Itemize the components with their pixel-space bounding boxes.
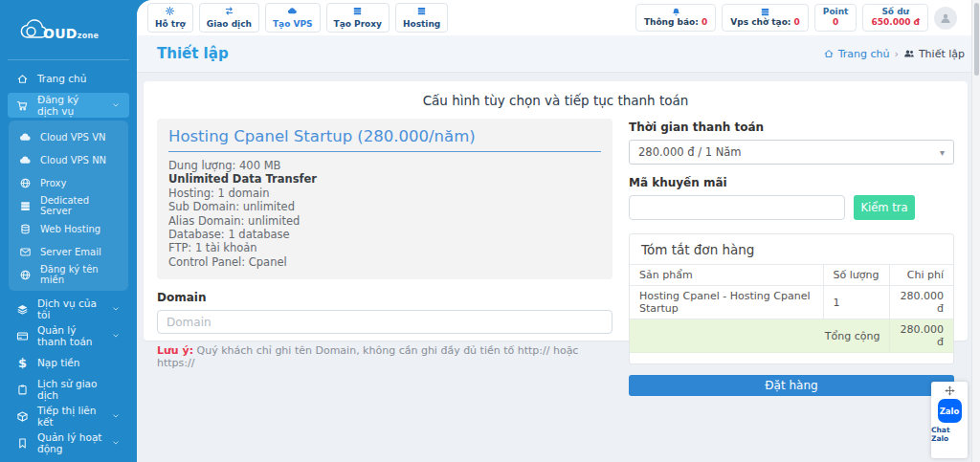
transactions-button[interactable]: Giao dịch [199, 3, 259, 33]
sidebar-item-payment-management[interactable]: Quản lý thanh toán [8, 323, 129, 348]
product-spec: Sub Domain: unlimited [168, 200, 601, 213]
zalo-chat-label: Chat Zalo [931, 426, 968, 443]
column-header-product: Sản phẩm [630, 265, 823, 286]
sidebar-item-dedicated-server[interactable]: Dedicated Server [9, 194, 128, 217]
chevron-down-icon [111, 438, 121, 448]
mail-icon [19, 246, 32, 258]
sidebar-divider [8, 59, 129, 60]
order-summary: Tóm tắt đơn hàng Sản phẩm Số lượng Chi p… [629, 233, 954, 364]
user-icon [939, 11, 952, 25]
promo-label: Mã khuyến mãi [629, 176, 954, 189]
cloud-icon [19, 131, 32, 143]
cell-qty: 1 [823, 286, 890, 319]
zalo-logo[interactable]: Zalo [938, 399, 962, 423]
product-spec: Hosting: 1 domain [168, 187, 601, 200]
product-box: Hosting Cpanel Startup (280.000/năm) Dun… [157, 119, 612, 279]
balance-badge[interactable]: Số dư 650.000 đ [862, 4, 928, 33]
page-title: Thiết lập [157, 45, 229, 62]
checkout-card: Cấu hình tùy chọn và tiếp tục thanh toán… [144, 81, 968, 341]
place-order-button[interactable]: Đặt hàng [629, 375, 954, 396]
brand-name: OUDzone [43, 26, 99, 41]
column-header-cost: Chi phí [890, 265, 953, 286]
sidebar-item-activity-management[interactable]: Quản lý hoạt động [8, 430, 129, 455]
server-icon [760, 7, 770, 17]
support-button[interactable]: Hỗ trợ [147, 3, 193, 33]
promo-code-input[interactable] [629, 195, 845, 220]
sidebar-submenu: Cloud VPS VN Cloud VPS NN Proxy Dedicate… [9, 121, 128, 291]
vertical-scrollbar[interactable] [971, 0, 980, 462]
server-icon [416, 6, 427, 16]
sidebar-item-affiliate[interactable]: Tiếp thị liên kết [8, 404, 129, 429]
cloud-icon [287, 6, 298, 16]
package-icon [16, 410, 29, 423]
scrollbar-thumb[interactable] [974, 3, 979, 76]
server-icon [19, 200, 32, 212]
payment-term-select[interactable]: 280.000 đ / 1 Năm ▾ [629, 140, 954, 165]
breadcrumb-separator: › [894, 48, 898, 60]
home-icon [16, 73, 29, 85]
total-value: 280.000 đ [890, 319, 953, 353]
layers-icon [16, 303, 29, 316]
gear-icon [165, 6, 175, 16]
sidebar-item-proxy[interactable]: Proxy [9, 171, 128, 194]
domain-input[interactable] [157, 310, 612, 334]
user-avatar[interactable] [934, 7, 957, 30]
cart-icon [16, 99, 29, 112]
check-promo-button[interactable]: Kiểm tra [854, 195, 915, 220]
sidebar-group-register-services[interactable]: Đăng ký dịch vụ [8, 93, 129, 118]
caret-down-icon: ▾ [940, 147, 945, 158]
cell-cost: 280.000 đ [890, 286, 953, 319]
zalo-chat-widget[interactable]: Zalo Chat Zalo [931, 382, 968, 458]
domain-note: Lưu ý: Quý khách chỉ ghi tên Domain, khô… [157, 344, 612, 369]
move-icon[interactable] [945, 385, 955, 396]
globe-icon [19, 269, 32, 281]
sidebar-item-domain-register[interactable]: Đăng ký tên miền [9, 263, 128, 286]
sidebar-item-my-services[interactable]: Dịch vụ của tôi [8, 297, 129, 321]
topbar-status-group: Thông báo: 0 Vps chờ tạo: 0 Point 0 Số d… [635, 4, 957, 33]
sidebar-item-transaction-history[interactable]: Lịch sử giao dịch [8, 377, 129, 402]
sidebar-item-cloud-vps-nn[interactable]: Cloud VPS NN [9, 148, 128, 171]
brand-logo[interactable]: OUDzone [0, 0, 137, 59]
globe-icon [19, 177, 32, 189]
product-column: Hosting Cpanel Startup (280.000/năm) Dun… [157, 119, 612, 396]
breadcrumb-current: Thiết lập [903, 48, 965, 60]
order-summary-table: Sản phẩm Số lượng Chi phí Hosting Cpanel… [630, 264, 953, 353]
points-badge[interactable]: Point 0 [814, 4, 858, 33]
main-panel: Hỗ trợ Giao dịch Tạo VPS Tạo Proxy Hosti… [137, 0, 980, 462]
payment-term-label: Thời gian thanh toán [629, 121, 954, 134]
chevron-down-icon [111, 100, 121, 110]
cell-product: Hosting Cpanel - Hosting Cpanel Startup [630, 286, 823, 319]
product-spec: Alias Domain: unlimited [168, 214, 601, 228]
create-proxy-button[interactable]: Tạo Proxy [326, 3, 390, 33]
hosting-button[interactable]: Hosting [395, 3, 448, 33]
create-vps-button[interactable]: Tạo VPS [265, 3, 321, 33]
content-area: Cấu hình tùy chọn và tiếp tục thanh toán… [137, 73, 980, 462]
sidebar-item-server-email[interactable]: Server Email [9, 240, 128, 263]
page-header: Thiết lập Trang chủ › Thiết lập [137, 35, 980, 73]
sidebar-item-cloud-vps-vn[interactable]: Cloud VPS VN [9, 125, 128, 148]
app-window: OUDzone Trang chủ Đăng ký dịch vụ Cloud … [0, 0, 980, 462]
sidebar-item-home[interactable]: Trang chủ [8, 66, 129, 91]
column-header-qty: Số lượng [823, 265, 890, 286]
pending-vps-badge[interactable]: Vps chờ tạo: 0 [722, 4, 809, 32]
payment-column: Thời gian thanh toán 280.000 đ / 1 Năm ▾… [629, 119, 954, 396]
table-row: Hosting Cpanel - Hosting Cpanel Startup … [630, 286, 953, 319]
home-icon [823, 48, 835, 59]
note-prefix: Lưu ý: [157, 344, 193, 357]
chevron-down-icon [111, 331, 121, 341]
clipboard-icon [16, 384, 29, 396]
transfer-icon [224, 6, 234, 16]
bookmark-icon [16, 437, 29, 450]
config-heading: Cấu hình tùy chọn và tiếp tục thanh toán [157, 93, 954, 108]
product-title: Hosting Cpanel Startup (280.000/năm) [168, 127, 601, 152]
product-spec: Control Panel: Cpanel [168, 255, 601, 269]
sidebar-item-top-up[interactable]: $ Nạp tiền [8, 350, 129, 375]
order-summary-title: Tóm tắt đơn hàng [630, 234, 953, 264]
breadcrumb: Trang chủ › Thiết lập [823, 48, 965, 60]
sidebar: OUDzone Trang chủ Đăng ký dịch vụ Cloud … [0, 0, 137, 462]
sidebar-item-web-hosting[interactable]: Web Hosting [9, 217, 128, 240]
product-spec: Unlimited Data Transfer [168, 172, 601, 186]
notifications-badge[interactable]: Thông báo: 0 [635, 4, 716, 32]
credit-card-icon [16, 330, 29, 342]
breadcrumb-home-link[interactable]: Trang chủ [823, 48, 890, 60]
